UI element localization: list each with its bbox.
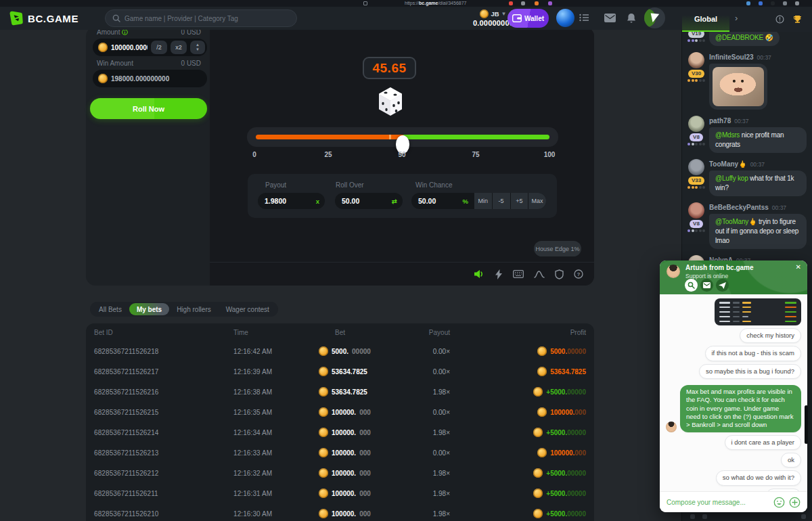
tab-global-chat[interactable]: Global <box>682 7 729 32</box>
medal-dots <box>687 229 705 232</box>
game-search[interactable] <box>105 9 297 27</box>
bookmark-icon[interactable] <box>363 1 367 5</box>
tab-my-bets[interactable]: My bets <box>129 303 169 315</box>
support-actions <box>685 279 729 292</box>
tab-wager-contest[interactable]: Wager contest <box>219 303 277 315</box>
search-input[interactable] <box>125 15 290 22</box>
jb-coin-icon <box>98 74 108 83</box>
chat-image-bubble[interactable] <box>709 64 767 110</box>
double-button[interactable]: x2 <box>171 41 187 54</box>
amount-input[interactable]: 100000.00000000 /2 x2 ▲▼ <box>93 39 207 56</box>
table-row[interactable]: 68285367211526216 12:16:38 AM 53634.7825… <box>86 382 594 402</box>
scrollbar-thumb[interactable] <box>805 405 808 444</box>
table-row[interactable]: 68285367211526212 12:16:32 AM 100000.000… <box>86 463 594 483</box>
bet-slip-icon[interactable] <box>579 14 589 22</box>
chat-message: V19 @DEADBROKE 🤣 <box>682 30 812 46</box>
user-mention[interactable]: @TooMany🖕 <box>715 218 757 225</box>
table-row[interactable]: 68285367211526214 12:16:34 AM 100000.000… <box>86 422 594 443</box>
help-icon[interactable]: ? <box>574 269 583 279</box>
swap-icon[interactable]: ⇄ <box>392 198 397 205</box>
chat-username[interactable]: path7800:37 <box>709 117 807 124</box>
avatar[interactable] <box>688 202 704 219</box>
wallet-button[interactable]: Wallet <box>508 9 549 28</box>
browser-extension-icon[interactable] <box>759 1 763 5</box>
search-icon[interactable] <box>685 279 698 292</box>
bet-id: 68285367211526215 <box>94 409 233 416</box>
logo-text: BC.GAME <box>28 13 78 24</box>
browser-extension-icon[interactable] <box>783 1 787 5</box>
avatar[interactable] <box>688 159 704 175</box>
table-row[interactable]: 68285367211526213 12:16:33 AM 100000.000… <box>86 443 594 463</box>
medal-dots <box>687 186 705 189</box>
jb-coin-icon <box>319 489 328 498</box>
support-image-screenshot[interactable] <box>715 298 801 325</box>
close-icon[interactable]: ✕ <box>796 263 801 271</box>
browser-extension-icon[interactable] <box>795 1 799 5</box>
bet-amount: 53634.7825 <box>319 387 403 397</box>
browser-extension-icon[interactable] <box>746 1 750 5</box>
hotkeys-icon[interactable] <box>513 270 524 278</box>
roll-over-input[interactable]: 50.00 ⇄ <box>335 193 403 209</box>
table-row[interactable]: 68285367211526217 12:16:39 AM 53634.7825… <box>86 361 594 382</box>
bc-game-logo[interactable]: BC.GAME <box>9 11 78 26</box>
turbo-icon[interactable] <box>495 269 503 279</box>
telegram-icon[interactable] <box>716 279 729 292</box>
attach-plus-icon[interactable] <box>789 497 800 508</box>
roll-now-button[interactable]: Roll Now <box>90 98 207 119</box>
user-mention[interactable]: @Mdsrs <box>715 131 740 139</box>
fairness-icon[interactable] <box>555 269 564 279</box>
amount-stepper[interactable]: ▲▼ <box>190 41 205 54</box>
game-parameters: Payout 1.9800 x Roll Over 50.00 ⇄ Win Ch… <box>248 174 557 218</box>
support-compose-bar <box>660 491 807 512</box>
mail-icon[interactable] <box>604 14 616 22</box>
chat-username[interactable]: InfiniteSoul2300:37 <box>709 53 807 61</box>
email-icon[interactable] <box>700 279 713 292</box>
chat-footer-icon[interactable] <box>702 514 707 519</box>
minus-5-button[interactable]: -5 <box>493 193 510 209</box>
payout-input[interactable]: 1.9800 x <box>258 193 325 209</box>
chat-rules-icon[interactable] <box>775 15 784 24</box>
table-row[interactable]: 68285367211526215 12:16:35 AM 100000.000… <box>86 402 594 422</box>
table-row[interactable]: 68285367211526218 12:16:42 AM 5000.00000… <box>86 341 594 361</box>
address-bar[interactable]: https://bc.game/dial/3456877 <box>405 0 466 7</box>
browser-extension-icon[interactable] <box>509 1 513 5</box>
table-row[interactable]: 68285367211526211 12:16:31 AM 100000.000… <box>86 483 594 503</box>
chat-username[interactable]: BeBeBeckyPantss00:37 <box>709 204 807 211</box>
compose-input[interactable] <box>667 499 769 506</box>
chat-toggle-icon[interactable] <box>644 7 665 28</box>
emoji-icon[interactable] <box>773 497 785 508</box>
chat-username[interactable]: TooMany🖕00:37 <box>709 160 807 168</box>
chevron-right-icon[interactable]: › <box>735 13 738 23</box>
jb-coin-icon <box>319 387 328 397</box>
table-row[interactable]: 68285367211526210 12:16:30 AM 100000.000… <box>86 503 594 521</box>
user-mention[interactable]: @DEADBROKE <box>715 34 763 41</box>
chat-footer-icon[interactable] <box>801 514 806 519</box>
browser-extension-icon[interactable] <box>548 1 552 5</box>
user-avatar[interactable] <box>556 9 574 27</box>
win-amount-input[interactable]: 198000.000000000 <box>93 70 207 87</box>
slider-track[interactable] <box>256 135 549 139</box>
browser-extension-icon[interactable] <box>535 1 539 5</box>
bet-profit: +5000.00000 <box>450 489 586 498</box>
half-button[interactable]: /2 <box>151 41 167 54</box>
win-chance-input[interactable]: 50.00 % <box>411 193 474 209</box>
avatar[interactable] <box>688 52 704 68</box>
user-mention[interactable]: @Luffy kop <box>715 175 748 182</box>
jb-coin-icon <box>319 428 328 437</box>
tab-high-rollers[interactable]: High rollers <box>169 303 219 315</box>
trophy-icon[interactable] <box>793 15 802 24</box>
browser-extension-icon[interactable] <box>771 1 775 5</box>
min-button[interactable]: Min <box>474 193 492 209</box>
plus-5-button[interactable]: +5 <box>511 193 528 209</box>
tab-all-bets[interactable]: All Bets <box>91 303 129 315</box>
scale-25: 25 <box>324 151 332 158</box>
trends-icon[interactable] <box>534 270 545 279</box>
max-button[interactable]: Max <box>528 193 546 209</box>
bell-icon[interactable] <box>627 13 636 24</box>
payout-value: 1.9800 <box>265 197 316 205</box>
browser-extension-icon[interactable] <box>521 1 525 5</box>
sound-icon[interactable] <box>474 269 484 279</box>
chat-footer-icon[interactable] <box>690 514 695 519</box>
bet-payout: 1.98× <box>403 429 450 436</box>
avatar[interactable] <box>688 116 704 132</box>
